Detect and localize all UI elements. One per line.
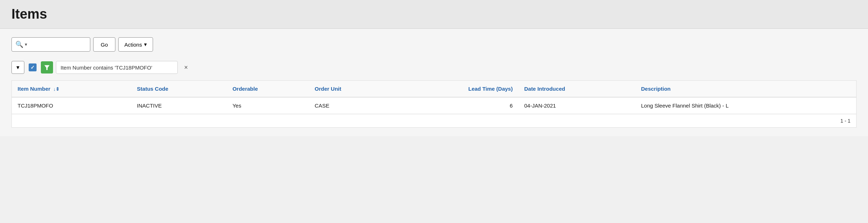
sort-icon: ↓⇕: [53, 86, 60, 92]
table-row[interactable]: TCJ18PMOFO INACTIVE Yes CASE 6 04-JAN-20…: [12, 97, 856, 114]
filter-row: ▼ Item Number contains 'TCJ18PMOFO' ×: [11, 57, 857, 77]
items-table: Item Number ↓⇕ Status Code Orderable Ord…: [12, 81, 856, 114]
cell-date-introduced: 04-JAN-2021: [519, 97, 635, 114]
search-icon-wrap[interactable]: 🔍 ▼: [15, 41, 28, 48]
pagination-row: 1 - 1: [12, 114, 856, 127]
table-body: TCJ18PMOFO INACTIVE Yes CASE 6 04-JAN-20…: [12, 97, 856, 114]
cell-lead-time: 6: [394, 97, 519, 114]
filter-funnel-icon: [44, 64, 50, 71]
actions-button[interactable]: Actions ▾: [118, 37, 153, 52]
search-input[interactable]: [30, 42, 98, 48]
col-date-introduced[interactable]: Date Introduced: [519, 81, 635, 97]
clear-filter-button[interactable]: ×: [181, 62, 191, 73]
search-chevron-icon: ▼: [24, 42, 28, 47]
table-header: Item Number ↓⇕ Status Code Orderable Ord…: [12, 81, 856, 97]
page-title: Items: [11, 6, 857, 22]
filter-text-display: Item Number contains 'TCJ18PMOFO': [56, 61, 178, 74]
search-box: 🔍 ▼: [11, 37, 90, 52]
cell-orderable: Yes: [227, 97, 309, 114]
filter-icon-button[interactable]: [41, 61, 53, 73]
col-order-unit[interactable]: Order Unit: [309, 81, 394, 97]
col-description[interactable]: Description: [635, 81, 856, 97]
col-status-code[interactable]: Status Code: [131, 81, 227, 97]
page-header: Items: [0, 0, 868, 29]
cell-order-unit: CASE: [309, 97, 394, 114]
go-button[interactable]: Go: [93, 37, 115, 52]
col-item-number[interactable]: Item Number ↓⇕: [12, 81, 131, 97]
cell-status-code: INACTIVE: [131, 97, 227, 114]
search-icon: 🔍: [15, 41, 23, 48]
col-orderable[interactable]: Orderable: [227, 81, 309, 97]
cell-item-number: TCJ18PMOFO: [12, 97, 131, 114]
content-area: 🔍 ▼ Go Actions ▾ ▼ Item Number contains …: [0, 29, 868, 136]
svg-marker-0: [44, 65, 49, 70]
collapse-icon: ▼: [15, 65, 20, 70]
actions-chevron-icon: ▾: [144, 41, 147, 48]
actions-label: Actions: [124, 42, 142, 48]
filter-checkbox[interactable]: [29, 63, 37, 71]
toolbar-row: 🔍 ▼ Go Actions ▾: [11, 37, 857, 52]
filter-checkbox-wrap[interactable]: [27, 62, 38, 73]
col-lead-time[interactable]: Lead Time (Days): [394, 81, 519, 97]
collapse-button[interactable]: ▼: [11, 61, 24, 74]
cell-description: Long Sleeve Flannel Shirt (Black) - L: [635, 97, 856, 114]
pagination-label: 1 - 1: [840, 118, 850, 124]
table-container: Item Number ↓⇕ Status Code Orderable Ord…: [11, 80, 857, 128]
